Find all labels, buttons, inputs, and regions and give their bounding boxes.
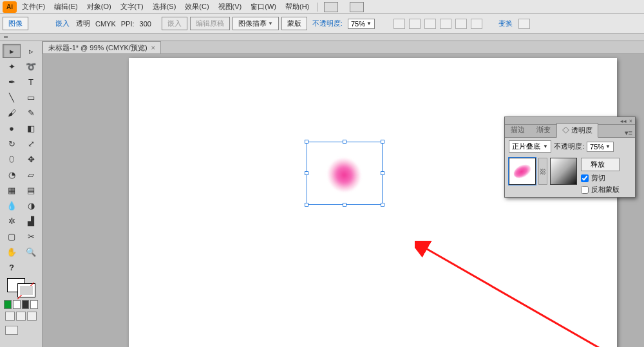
symbol-sprayer-tool[interactable]: ✲: [3, 214, 21, 228]
tab-transparency[interactable]: ◇ 透明度: [556, 123, 598, 138]
opacity-select[interactable]: 75%▼: [348, 19, 375, 29]
type-tool[interactable]: T: [22, 75, 40, 89]
blank-tool: [22, 260, 40, 274]
menu-select[interactable]: 选择(S): [149, 1, 180, 13]
direct-selection-tool[interactable]: ▹: [22, 44, 40, 58]
canvas-area[interactable]: [43, 54, 644, 347]
menu-effect[interactable]: 效果(C): [181, 1, 213, 13]
zoom-tool[interactable]: 🔍: [22, 245, 40, 259]
align-icon-4[interactable]: [440, 19, 451, 29]
mask-button[interactable]: 蒙版: [281, 17, 307, 30]
graph-tool[interactable]: ▟: [22, 214, 40, 228]
shape-builder-tool[interactable]: ◔: [3, 167, 21, 182]
slice-tool[interactable]: ✂: [22, 229, 40, 243]
color-mode-solid[interactable]: [4, 300, 12, 309]
arrange-icon[interactable]: [350, 2, 364, 12]
dock-grip[interactable]: [1, 33, 10, 41]
stroke-swatch[interactable]: [17, 283, 35, 297]
bridge-icon[interactable]: [324, 2, 338, 12]
draw-behind[interactable]: [16, 312, 26, 321]
magic-wand-tool[interactable]: ✦: [3, 59, 21, 73]
mask-thumb[interactable]: [550, 158, 577, 185]
close-tab-icon[interactable]: ×: [151, 44, 155, 52]
blend-tool[interactable]: ◑: [22, 198, 40, 212]
draw-mode-row: [0, 309, 42, 323]
menu-type[interactable]: 文字(T): [117, 1, 147, 13]
eraser-tool[interactable]: ◧: [22, 121, 40, 135]
close-panel-icon[interactable]: ×: [629, 118, 632, 124]
align-icon-2[interactable]: [409, 19, 421, 29]
handle-br[interactable]: [381, 203, 384, 207]
panel-menu-icon[interactable]: ▾≡: [622, 129, 635, 137]
align-icon-6[interactable]: [471, 19, 482, 29]
handle-bm[interactable]: [343, 203, 346, 207]
fill-stroke-swatch[interactable]: [7, 278, 35, 297]
selection-box[interactable]: [307, 142, 383, 205]
panel-opacity-label: 不透明度:: [554, 142, 584, 151]
artboard-tool[interactable]: ▢: [3, 229, 21, 243]
perspective-tool[interactable]: ▱: [22, 167, 40, 182]
pen-tool[interactable]: ✒: [3, 75, 21, 89]
menu-file[interactable]: 文件(F): [18, 1, 49, 13]
blend-mode-select[interactable]: 正片叠底▼: [509, 140, 551, 153]
invert-checkbox[interactable]: 反相蒙版: [581, 185, 620, 194]
menu-object[interactable]: 对象(O): [83, 1, 115, 13]
draw-inside[interactable]: [27, 312, 37, 321]
help-tool[interactable]: ?: [3, 260, 21, 274]
align-icon-1[interactable]: [393, 19, 405, 29]
gradient-tool[interactable]: ▤: [22, 183, 40, 197]
handle-tl[interactable]: [305, 140, 308, 144]
paintbrush-tool[interactable]: 🖌: [3, 106, 21, 120]
artwork-thumb[interactable]: [509, 158, 536, 185]
link-icon[interactable]: ⛓: [538, 158, 547, 185]
align-icon-3[interactable]: [424, 19, 436, 29]
handle-ml[interactable]: [305, 171, 308, 175]
image-trace-button[interactable]: 图像描摹▼: [232, 17, 279, 30]
embed-button[interactable]: 嵌入: [162, 17, 187, 30]
clip-checkbox[interactable]: 剪切: [581, 173, 620, 183]
screen-mode-row: [0, 323, 42, 337]
options-bar: 图像 嵌入 透明 CMYK PPI: 300 嵌入 编辑原稿 图像描摹▼ 蒙版 …: [0, 14, 644, 33]
document-tab[interactable]: 未标题-1* @ 99% (CMYK/预览) ×: [43, 41, 161, 53]
handle-tm[interactable]: [343, 140, 346, 144]
tab-gradient[interactable]: 渐变: [531, 122, 556, 137]
tab-stroke[interactable]: 描边: [505, 122, 531, 137]
transform-link[interactable]: 变换: [496, 19, 515, 28]
lasso-tool[interactable]: ➰: [22, 59, 40, 73]
color-mode-none[interactable]: [22, 300, 30, 309]
blob-brush-tool[interactable]: ●: [3, 121, 21, 135]
handle-mr[interactable]: [381, 171, 384, 175]
menu-help[interactable]: 帮助(H): [281, 1, 313, 13]
width-tool[interactable]: ⬯: [3, 152, 21, 166]
embed-link[interactable]: 嵌入: [53, 19, 72, 28]
scale-tool[interactable]: ⤢: [22, 136, 40, 151]
color-mode-gradient[interactable]: [13, 300, 21, 309]
pencil-tool[interactable]: ✎: [22, 106, 40, 120]
panel-opacity-select[interactable]: 75%▼: [587, 142, 614, 152]
screen-mode[interactable]: [5, 326, 18, 335]
menu-view[interactable]: 视图(V): [214, 1, 246, 13]
color-mode-extra[interactable]: [30, 300, 38, 309]
eyedropper-tool[interactable]: 💧: [3, 198, 21, 212]
handle-bl[interactable]: [305, 203, 308, 207]
draw-normal[interactable]: [5, 312, 15, 321]
menu-window[interactable]: 窗口(W): [247, 1, 280, 13]
selection-tool[interactable]: ▸: [3, 44, 21, 58]
line-tool[interactable]: ╲: [3, 90, 21, 104]
rotate-tool[interactable]: ↻: [3, 136, 21, 151]
transform-icon[interactable]: [518, 19, 530, 29]
app-logo: Ai: [3, 1, 17, 13]
collapse-icon[interactable]: ◂◂: [620, 118, 627, 124]
ppi-label: PPI:: [120, 20, 136, 28]
hand-tool[interactable]: ✋: [3, 245, 21, 259]
mesh-tool[interactable]: ▦: [3, 183, 21, 197]
image-button[interactable]: 图像: [3, 17, 28, 30]
handle-tr[interactable]: [381, 140, 384, 144]
transparency-panel[interactable]: ◂◂ × 描边 渐变 ◇ 透明度 ▾≡ 正片叠底▼ 不透明度: 75%▼ ⛓ 释…: [504, 117, 636, 198]
release-button[interactable]: 释放: [581, 158, 620, 171]
align-icon-5[interactable]: [455, 19, 467, 29]
free-transform-tool[interactable]: ✥: [22, 152, 40, 166]
artboard[interactable]: [129, 58, 617, 347]
rectangle-tool[interactable]: ▭: [22, 90, 40, 104]
menu-edit[interactable]: 编辑(E): [50, 1, 82, 13]
